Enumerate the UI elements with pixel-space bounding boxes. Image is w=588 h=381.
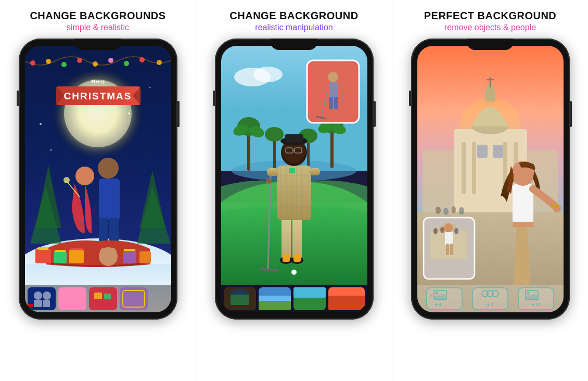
svg-point-44 bbox=[128, 112, 130, 115]
svg-rect-86 bbox=[277, 166, 311, 220]
svg-text:Merry: Merry bbox=[90, 78, 105, 84]
svg-rect-126 bbox=[293, 287, 326, 298]
svg-point-13 bbox=[157, 60, 162, 65]
svg-point-46 bbox=[50, 149, 52, 151]
svg-point-176 bbox=[454, 228, 458, 234]
svg-rect-54 bbox=[58, 287, 86, 310]
phone2-frame bbox=[215, 39, 374, 320]
panel3-title: PERFECT BACKGROUND bbox=[424, 9, 557, 22]
svg-rect-85 bbox=[293, 254, 301, 262]
app-container: CHANGE BACKGROUNDS simple & realistic bbox=[0, 0, 588, 381]
svg-rect-143 bbox=[477, 145, 488, 158]
svg-point-160 bbox=[452, 206, 456, 213]
svg-point-197 bbox=[527, 292, 529, 295]
panel3-subtitle: remove objects & people bbox=[444, 23, 536, 32]
svg-rect-124 bbox=[259, 301, 291, 310]
svg-point-112 bbox=[328, 72, 338, 82]
svg-rect-139 bbox=[462, 142, 466, 194]
svg-point-10 bbox=[108, 58, 113, 63]
vatican-scene-svg: ♦ 4 ♦ 2 ♦ 10 bbox=[417, 46, 564, 312]
svg-rect-25 bbox=[99, 179, 120, 220]
svg-point-161 bbox=[459, 207, 464, 214]
svg-rect-31 bbox=[38, 247, 48, 250]
svg-point-43 bbox=[66, 97, 67, 99]
svg-point-175 bbox=[440, 227, 444, 233]
svg-rect-80 bbox=[282, 218, 291, 259]
svg-rect-113 bbox=[329, 82, 338, 98]
svg-rect-55 bbox=[89, 287, 117, 310]
svg-rect-52 bbox=[43, 300, 50, 307]
phone1-notch bbox=[74, 39, 121, 50]
svg-rect-36 bbox=[123, 250, 136, 263]
panel-change-backgrounds: CHANGE BACKGROUNDS simple & realistic bbox=[0, 0, 196, 381]
phone2-vol-btn bbox=[213, 91, 215, 106]
svg-rect-135 bbox=[485, 88, 495, 101]
svg-point-40 bbox=[100, 248, 108, 256]
svg-text:CHRISTMAS: CHRISTMAS bbox=[63, 91, 132, 101]
svg-rect-178 bbox=[445, 232, 453, 245]
svg-rect-56 bbox=[94, 293, 102, 299]
svg-point-12 bbox=[139, 57, 145, 62]
svg-rect-30 bbox=[35, 249, 51, 263]
svg-point-75 bbox=[265, 127, 284, 142]
panel2-subtitle: realistic manipulation bbox=[255, 23, 333, 32]
phone3-power-btn bbox=[570, 101, 572, 127]
panel1-title: CHANGE BACKGROUNDS bbox=[30, 9, 165, 22]
phone1-screen: Merry CHRISTMAS bbox=[25, 46, 171, 312]
svg-point-24 bbox=[98, 158, 119, 179]
svg-point-23 bbox=[75, 167, 94, 185]
svg-rect-81 bbox=[292, 218, 302, 259]
svg-point-11 bbox=[124, 61, 129, 66]
phone3-frame: ♦ 4 ♦ 2 ♦ 10 bbox=[411, 39, 570, 320]
svg-point-177 bbox=[444, 223, 453, 233]
svg-point-6 bbox=[46, 59, 51, 64]
svg-point-50 bbox=[43, 291, 51, 300]
golf-scene-svg bbox=[221, 46, 367, 312]
svg-point-174 bbox=[433, 228, 438, 234]
phone1-vol-btn bbox=[17, 91, 19, 106]
svg-point-41 bbox=[108, 248, 117, 256]
svg-rect-33 bbox=[55, 250, 66, 252]
svg-point-158 bbox=[436, 207, 441, 214]
phone3-vol-btn bbox=[409, 91, 411, 106]
svg-point-45 bbox=[149, 87, 150, 88]
svg-point-49 bbox=[34, 291, 42, 300]
svg-point-159 bbox=[443, 208, 449, 215]
svg-rect-166 bbox=[513, 222, 533, 227]
svg-rect-144 bbox=[493, 145, 503, 158]
svg-rect-115 bbox=[334, 97, 338, 109]
svg-rect-37 bbox=[124, 249, 135, 251]
phone2-screen bbox=[221, 46, 367, 312]
panel-perfect-background: PERFECT BACKGROUND remove objects & peop… bbox=[392, 0, 588, 381]
svg-rect-84 bbox=[283, 254, 290, 262]
svg-rect-98 bbox=[310, 168, 320, 175]
svg-point-29 bbox=[63, 177, 70, 183]
svg-text:♦ 10: ♦ 10 bbox=[531, 302, 540, 307]
svg-rect-140 bbox=[472, 142, 476, 194]
svg-point-5 bbox=[30, 60, 35, 66]
svg-rect-128 bbox=[328, 296, 365, 310]
svg-rect-32 bbox=[54, 251, 67, 263]
svg-point-101 bbox=[266, 179, 272, 184]
svg-text:♦ 2: ♦ 2 bbox=[487, 302, 493, 307]
panel1-subtitle: simple & realistic bbox=[67, 23, 129, 32]
svg-rect-53 bbox=[28, 304, 33, 307]
svg-text:♦ 4: ♦ 4 bbox=[434, 302, 441, 307]
svg-rect-179 bbox=[446, 244, 449, 255]
svg-rect-35 bbox=[70, 248, 83, 250]
svg-point-42 bbox=[40, 123, 42, 125]
phone3-screen: ♦ 4 ♦ 2 ♦ 10 bbox=[417, 46, 564, 312]
phone3-notch bbox=[467, 39, 514, 50]
svg-point-185 bbox=[435, 292, 438, 295]
panel-change-background: CHANGE BACKGROUND realistic manipulation bbox=[196, 0, 392, 381]
svg-point-8 bbox=[77, 58, 82, 63]
svg-rect-34 bbox=[69, 250, 84, 263]
svg-point-9 bbox=[93, 61, 98, 67]
svg-rect-180 bbox=[450, 244, 453, 255]
svg-point-109 bbox=[291, 270, 297, 275]
svg-rect-169 bbox=[552, 205, 559, 207]
svg-point-7 bbox=[61, 62, 67, 67]
christmas-scene-svg: Merry CHRISTMAS bbox=[25, 46, 171, 312]
svg-rect-57 bbox=[104, 294, 111, 299]
svg-rect-108 bbox=[285, 134, 303, 143]
